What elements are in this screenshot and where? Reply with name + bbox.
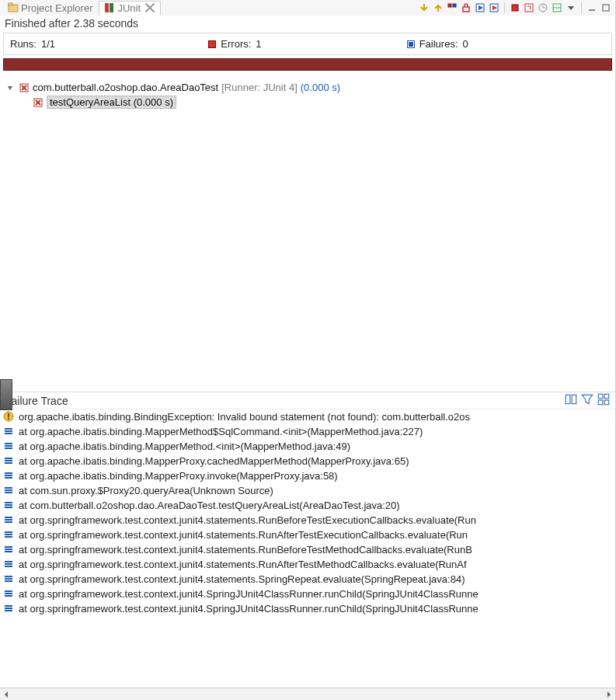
show-failures-only-icon[interactable] [446,2,458,14]
stack-line-text: org.apache.ibatis.binding.BindingExcepti… [19,411,470,423]
tab-junit[interactable]: JUnit [99,1,161,16]
stack-frame-line[interactable]: at org.apache.ibatis.binding.MapperProxy… [0,468,615,483]
stack-frame-line[interactable]: at org.springframework.test.context.juni… [0,572,615,587]
failures-label: Failures: [419,38,458,50]
svg-marker-19 [8,86,12,90]
stack-frame-line[interactable]: at org.springframework.test.context.juni… [0,513,615,528]
failure-trace-title: Failure Trace [5,392,68,407]
stackframe-icon [3,529,14,540]
svg-marker-10 [492,5,497,10]
stackframe-icon [3,500,14,510]
stack-line-text: at org.apache.ibatis.binding.MapperMetho… [19,426,423,437]
stack-frame-line[interactable]: at com.butterball.o2oshop.dao.AreaDaoTes… [0,498,615,513]
package-explorer-icon [8,2,19,13]
rerun-test-icon[interactable] [474,2,486,14]
view-menu-icon[interactable] [565,2,577,14]
stack-line-text: at org.springframework.test.context.juni… [19,559,467,570]
stackframe-icon [3,470,14,481]
test-tree[interactable]: com.butterball.o2oshop.dao.AreaDaoTest [… [0,75,615,113]
stack-frame-line[interactable]: at org.springframework.test.context.juni… [0,542,615,557]
view-tabs: Project Explorer JUnit [0,0,615,16]
status-line: Finished after 2.38 seconds [0,16,615,33]
stack-line-text: at com.butterball.o2oshop.dao.AreaDaoTes… [19,500,400,511]
junit-icon [104,2,115,13]
stack-frame-line[interactable]: at org.apache.ibatis.binding.MapperMetho… [0,439,615,454]
stack-exception-line[interactable]: org.apache.ibatis.binding.BindingExcepti… [0,409,615,424]
failure-trace-header: Failure Trace [0,392,615,409]
junit-toolbar [418,2,612,14]
rerun-failed-icon[interactable] [488,2,500,14]
horizontal-scrollbar[interactable] [0,688,615,700]
history-icon[interactable] [537,2,549,14]
stack-line-text: at org.apache.ibatis.binding.MapperMetho… [19,441,350,452]
stack-line-text: at org.springframework.test.context.juni… [19,588,479,600]
svg-rect-28 [598,394,603,399]
prev-failure-icon[interactable] [432,2,444,14]
scroll-right-icon[interactable] [603,688,615,701]
stack-line-text: at org.springframework.test.context.juni… [19,529,468,541]
stackframe-icon [3,588,14,599]
stackframe-icon [3,544,14,555]
stack-frame-line[interactable]: at org.springframework.test.context.juni… [0,557,615,572]
failure-icon [407,40,415,48]
svg-rect-34 [8,418,9,420]
svg-rect-1 [9,3,12,5]
suite-runner: [Runner: JUnit 4] [221,82,298,93]
stack-frame-line[interactable]: at org.apache.ibatis.binding.MapperMetho… [0,424,615,439]
tab-project-explorer[interactable]: Project Explorer [3,2,97,15]
svg-rect-27 [572,395,576,403]
stack-frame-line[interactable]: at org.springframework.test.context.juni… [0,587,615,601]
svg-rect-26 [566,395,570,403]
errors-value: 1 [256,38,261,50]
svg-rect-33 [8,413,9,417]
stack-line-text: at org.apache.ibatis.binding.MapperProxy… [19,455,409,467]
next-failure-icon[interactable] [418,2,430,14]
filter-stack-icon[interactable] [580,392,594,406]
stack-frame-line[interactable]: at com.sun.proxy.$Proxy20.queryArea(Unkn… [0,483,615,498]
close-icon[interactable] [144,2,155,13]
stackframe-icon [3,441,14,451]
collapse-toggle-icon[interactable] [6,84,16,92]
svg-rect-4 [448,4,451,7]
maximize-icon[interactable] [600,2,612,14]
stackframe-icon [3,485,14,496]
svg-marker-16 [568,6,574,10]
stackframe-icon [3,573,14,584]
svg-rect-17 [589,9,595,11]
tab-label: Project Explorer [21,2,92,14]
stack-frame-line[interactable]: at org.apache.ibatis.binding.MapperProxy… [0,454,615,468]
test-time: (0.000 s) [134,96,173,108]
test-error-icon [33,97,44,108]
svg-rect-11 [512,5,518,11]
exception-icon [3,411,14,422]
scroll-lock-icon[interactable] [460,2,472,14]
stack-line-text: at org.springframework.test.context.juni… [19,544,472,555]
relaunch-icon[interactable] [523,2,535,14]
stack-frame-line[interactable]: at org.springframework.test.context.juni… [0,601,615,616]
stack-line-text: at com.sun.proxy.$Proxy20.queryArea(Unkn… [19,485,273,496]
failure-trace-list[interactable]: org.apache.ibatis.binding.BindingExcepti… [0,409,615,688]
test-method-row[interactable]: testQueryAreaList (0.000 s) [33,95,612,110]
scroll-left-icon[interactable] [0,688,12,701]
svg-rect-6 [463,7,469,12]
error-icon [208,40,216,48]
stackframe-icon [3,426,14,437]
stackframe-icon [3,514,14,525]
compare-icon[interactable] [564,392,578,406]
stack-line-text: at org.springframework.test.context.juni… [19,514,476,526]
minimize-icon[interactable] [586,2,598,14]
wrap-icon[interactable] [597,392,611,406]
svg-rect-5 [453,4,456,7]
stop-icon[interactable] [509,2,521,14]
tab-label: JUnit [117,2,141,14]
runs-value: 1/1 [41,38,55,50]
svg-rect-18 [603,5,609,11]
test-counters: Runs: 1/1 Errors: 1 Failures: 0 [3,33,612,55]
test-suite-row[interactable]: com.butterball.o2oshop.dao.AreaDaoTest [… [6,80,612,95]
test-progress-bar [3,58,612,71]
layout-icon[interactable] [551,2,563,14]
stack-line-text: at org.apache.ibatis.binding.MapperProxy… [19,470,338,482]
stack-frame-line[interactable]: at org.springframework.test.context.juni… [0,528,615,542]
test-error-icon [19,82,30,93]
svg-marker-8 [479,5,483,10]
